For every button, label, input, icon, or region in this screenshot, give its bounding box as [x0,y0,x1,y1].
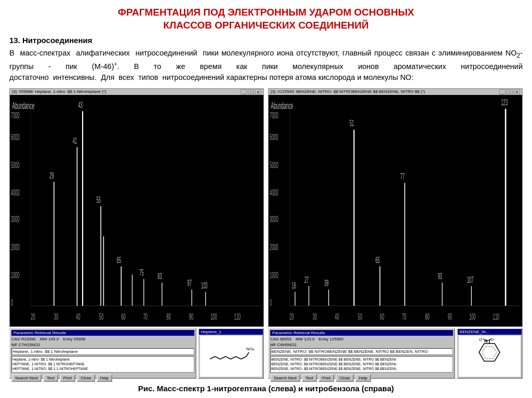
svg-text:41: 41 [73,136,77,145]
svg-text:70: 70 [143,312,148,322]
svg-text:100: 100 [469,312,476,322]
svg-text:110: 110 [234,312,241,322]
svg-text:77: 77 [401,172,405,182]
svg-rect-51 [269,95,522,326]
right-retrieval-info: CAS 98953 MW 123.0 Entry 125565 [270,337,453,341]
svg-text:51: 51 [350,119,354,128]
svg-text:4000: 4000 [270,188,278,198]
right-close-btn[interactable]: Close [336,374,353,382]
spectra-row: [3]: #55888: Heptane, 1-nitro- $$ 1-Nitr… [9,88,523,379]
svg-line-47 [236,356,241,359]
svg-text:6000: 6000 [270,133,278,142]
svg-text:60: 60 [121,312,125,322]
svg-text:60: 60 [380,312,384,322]
right-mol-titlebar: BENZENE_NI... [458,329,522,335]
right-print-btn[interactable]: Print [318,374,334,382]
right-retrieval-mf: MF C6H5NO2 [270,342,453,347]
svg-text:65: 65 [117,255,121,265]
section-heading: 13. Нитросоединения [9,36,523,45]
left-text-btn[interactable]: Text [43,374,58,382]
left-retrieval-name: Heptane, 1-nitro- $$ 1 Nitroheptane [11,348,194,355]
svg-text:5000: 5000 [11,160,20,170]
left-close-btn[interactable]: ✕ [255,89,261,94]
svg-rect-0 [10,95,263,326]
svg-text:75: 75 [139,268,143,278]
left-maximize-btn[interactable]: □ [248,89,254,94]
svg-text:3000: 3000 [270,215,278,224]
svg-text:4000: 4000 [11,188,20,198]
left-retrieval-buttons: Search Next Text Print Close Help [11,374,194,382]
svg-text:0: 0 [11,298,13,308]
right-help-btn[interactable]: Help [355,374,371,382]
svg-text:Abundance: Abundance [12,100,34,111]
svg-text:65: 65 [376,255,380,265]
right-molecule-panel: BENZENE_NI... N O [457,328,523,379]
svg-text:70: 70 [402,312,406,322]
right-text-btn[interactable]: Text [302,374,317,382]
svg-marker-92 [482,347,497,359]
svg-text:20: 20 [289,312,294,322]
svg-line-48 [241,356,246,359]
svg-text:7000: 7000 [11,111,20,120]
svg-text:90: 90 [189,312,193,322]
svg-text:40: 40 [335,312,339,322]
svg-line-43 [215,356,220,359]
svg-text:20: 20 [31,312,35,322]
svg-text:80: 80 [166,312,170,322]
left-molecule-panel: Heptane_1 [198,328,264,379]
svg-text:3000: 3000 [11,215,20,224]
svg-text:83: 83 [157,271,162,281]
svg-line-49 [246,352,249,356]
left-retrieval-panel: Parametric Retrieval Results CAS R33390 … [9,328,196,379]
right-retrieval-name: BENZENE, NITRO- $$ NITROBENZENE $$ BENZE… [270,348,453,355]
right-retrieval-buttons: Search Next Text Print Close Help [270,374,453,382]
right-maximize-btn[interactable]: □ [507,89,513,94]
svg-text:80: 80 [425,312,429,322]
svg-text:6000: 6000 [11,133,20,142]
svg-text:50: 50 [358,312,362,322]
svg-text:103: 103 [201,281,208,290]
svg-text:Abundance: Abundance [271,100,293,111]
svg-text:110: 110 [493,312,500,322]
svg-text:90: 90 [448,312,452,322]
left-print-btn[interactable]: Print [60,374,75,382]
svg-text:29: 29 [49,171,54,180]
body-text: В масс-спектрах алифатических нитросоеди… [9,48,523,83]
svg-text:55: 55 [97,195,101,204]
svg-text:NO₂: NO₂ [246,347,254,351]
svg-line-46 [231,356,236,359]
right-spectrum-titlebar: [3]: #125545: BENZENE, NITRO- $$ NITROBE… [269,89,522,95]
svg-text:5000: 5000 [270,160,278,170]
left-retrieval-info: CAS R33390 MW 145.0 Entry 55808 [11,337,194,341]
svg-text:93: 93 [438,271,442,281]
right-mol-content: N O O [459,336,521,377]
svg-line-42 [210,356,215,359]
svg-text:30: 30 [54,312,58,322]
left-help-btn[interactable]: Help [97,374,112,382]
right-close-btn[interactable]: ✕ [514,89,520,94]
main-page: ФРАГМЕНТАЦИЯ ПОД ЭЛЕКТРОННЫМ УДАРОМ ОСНО… [0,0,532,398]
right-retrieval-title: Parametric Retrieval Results [270,330,453,336]
left-close-btn[interactable]: Close [77,374,95,382]
right-search-next-btn[interactable]: Search Next [270,374,300,382]
svg-text:97: 97 [188,279,192,288]
svg-text:O: O [490,338,494,342]
svg-text:0: 0 [270,298,272,308]
left-retrieval-list[interactable]: Heptane, 1-nitro- $$ 1 Nitroheptane HEPT… [11,356,194,373]
svg-text:107: 107 [467,275,474,284]
left-mol-titlebar: Heptane_1 [199,329,263,335]
figure-caption: Рис. Масс-спектр 1-нитрогептана (слева) … [9,384,523,393]
left-mol-content: NO₂ [200,336,262,377]
right-spectrum-panel: [3]: #125545: BENZENE, NITRO- $$ NITROBE… [268,88,523,327]
right-retrieval-list[interactable]: BENZENE, NITRO- $$ NITROBENZENE $$ BENZE… [270,356,453,373]
right-spectrum-area: Abundance 0 1000 2000 3000 4000 5000 600… [269,95,522,326]
svg-text:1000: 1000 [270,270,278,280]
svg-text:1000: 1000 [11,270,20,280]
svg-text:50: 50 [99,312,103,322]
left-minimize-btn[interactable]: _ [241,89,247,94]
left-search-next-btn[interactable]: Search Next [11,374,42,382]
left-spectrum-area: Abundance 0 1000 2000 3000 4000 5000 600… [10,95,263,326]
svg-text:100: 100 [210,312,217,322]
page-title: ФРАГМЕНТАЦИЯ ПОД ЭЛЕКТРОННЫМ УДАРОМ ОСНО… [9,6,523,32]
right-minimize-btn[interactable]: _ [499,89,506,94]
